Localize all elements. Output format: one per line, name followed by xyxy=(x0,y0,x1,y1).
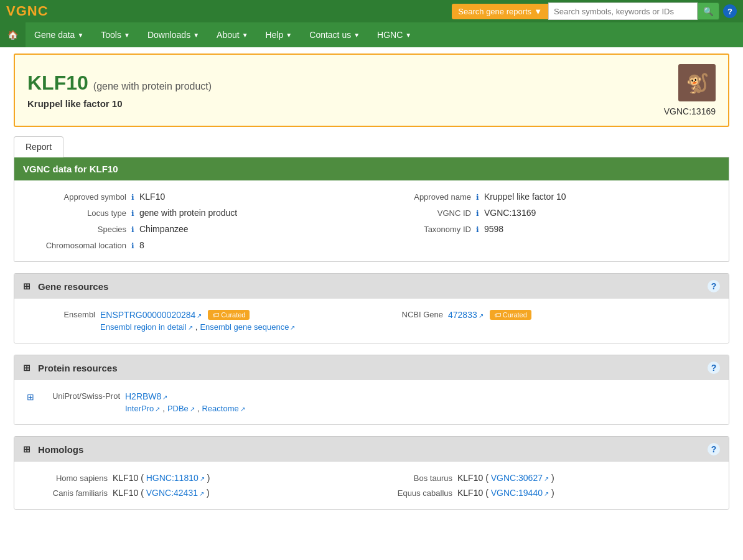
approved-symbol-label: Approved symbol xyxy=(27,192,126,202)
approved-name-info-icon[interactable]: ℹ xyxy=(476,193,479,202)
equus-caballus-gene: KLF10 ( VGNC:19440 ) xyxy=(457,488,554,498)
home-icon: 🏠 xyxy=(7,30,18,40)
uniprot-label: UniProt/Swiss-Prot xyxy=(39,391,120,401)
vgnc-section-body: Approved symbol ℹ KLF10 Locus type ℹ gen… xyxy=(14,180,729,261)
nav-gene-data-caret: ▼ xyxy=(77,32,83,39)
nav-tools-caret: ▼ xyxy=(124,32,130,39)
ensembl-region-detail-link[interactable]: Ensembl region in detail xyxy=(100,322,193,332)
pdbe-link[interactable]: PDBe xyxy=(167,404,195,413)
nav-help[interactable]: Help ▼ xyxy=(257,22,301,47)
taxonomy-id-info-icon[interactable]: ℹ xyxy=(476,225,479,234)
canis-familiaris-link[interactable]: VGNC:42431 xyxy=(146,488,204,498)
nav-hgnc-caret: ▼ xyxy=(405,32,411,39)
chromosomal-location-value: 8 xyxy=(139,240,144,250)
homolog-row-bos: Bos taurus KLF10 ( VGNC:30627 ) xyxy=(372,473,716,483)
help-icon[interactable]: ? xyxy=(723,4,737,18)
gene-resources-body: Ensembl ENSPTRG00000020284 🏷 Curated Ens… xyxy=(14,299,729,343)
bos-taurus-gene: KLF10 ( VGNC:30627 ) xyxy=(457,473,554,483)
ncbi-curated-badge: 🏷 Curated xyxy=(490,310,531,320)
bos-taurus-link[interactable]: VGNC:30627 xyxy=(491,473,549,483)
search-icon: 🔍 xyxy=(703,7,714,16)
vgnc-id-header: VGNC:13169 xyxy=(664,106,716,116)
ensembl-label: Ensembl xyxy=(27,310,95,319)
protein-resources-title: Protein resources xyxy=(38,363,118,373)
nav-gene-data-label: Gene data xyxy=(34,30,75,40)
species-info-icon[interactable]: ℹ xyxy=(131,225,134,234)
nav-gene-data[interactable]: Gene data ▼ xyxy=(26,22,92,47)
gene-symbol: KLF10 xyxy=(27,72,88,95)
gene-full-name: Kruppel like factor 10 xyxy=(27,98,212,109)
ensembl-link[interactable]: ENSPTRG00000020284 xyxy=(100,310,202,320)
vgnc-id-label: VGNC ID xyxy=(372,208,471,218)
gene-resources-header: ⊞ Gene resources ? xyxy=(14,274,729,299)
nav-tools[interactable]: Tools ▼ xyxy=(92,22,139,47)
ncbi-gene-link[interactable]: 472833 xyxy=(448,310,484,320)
locus-type-value: gene with protein product xyxy=(139,208,237,218)
chromosomal-location-label: Chromosomal location xyxy=(27,241,126,250)
uniprot-plus-icon: ⊞ xyxy=(27,392,34,402)
canis-familiaris-gene: KLF10 ( VGNC:42431 ) xyxy=(113,488,210,498)
homo-paren-open: ( xyxy=(141,473,144,483)
gene-resources-title: Gene resources xyxy=(38,281,108,292)
nav-home[interactable]: 🏠 xyxy=(0,22,26,47)
species-image: 🐒 xyxy=(678,64,716,101)
tag-icon: 🏷 xyxy=(212,311,219,319)
protein-resources-header: ⊞ Protein resources ? xyxy=(14,355,729,380)
bos-paren-open: ( xyxy=(485,473,488,483)
species-value: Chimpanzee xyxy=(139,224,189,234)
locus-type-info-icon[interactable]: ℹ xyxy=(131,209,134,218)
approved-symbol-info-icon[interactable]: ℹ xyxy=(131,193,134,202)
protein-resources-plus-icon[interactable]: ⊞ xyxy=(23,363,30,373)
search-gene-reports-button[interactable]: Search gene reports ▼ xyxy=(452,4,548,19)
vgnc-section-title: VGNC data for KLF10 xyxy=(23,164,118,174)
ensembl-curated-label: Curated xyxy=(221,311,245,319)
nav-tools-label: Tools xyxy=(101,30,121,40)
logo: VGNC xyxy=(6,3,49,19)
nav-contact[interactable]: Contact us ▼ xyxy=(301,22,368,47)
chromosomal-location-info-icon[interactable]: ℹ xyxy=(131,241,134,250)
homolog-row-homo: Homo sapiens KLF10 ( HGNC:11810 ) xyxy=(27,473,372,483)
bos-paren-close: ) xyxy=(551,473,554,483)
vgnc-data-section: VGNC data for KLF10 Approved symbol ℹ KL… xyxy=(14,157,729,262)
separator-1: , xyxy=(195,322,198,332)
search-submit-button[interactable]: 🔍 xyxy=(698,2,719,20)
homo-sapiens-link[interactable]: HGNC:11810 xyxy=(146,473,205,483)
uniprot-link[interactable]: H2RBW8 xyxy=(125,391,245,401)
equus-caballus-link[interactable]: VGNC:19440 xyxy=(491,488,549,498)
tab-report[interactable]: Report xyxy=(14,136,63,157)
reactome-link[interactable]: Reactome xyxy=(202,404,245,413)
nav-help-label: Help xyxy=(266,30,284,40)
sep-2: , xyxy=(162,404,165,413)
approved-name-value: Kruppel like factor 10 xyxy=(484,192,566,202)
locus-type-label: Locus type xyxy=(27,208,126,218)
tabs: Report xyxy=(14,136,729,157)
ensembl-gene-sequence-link[interactable]: Ensembl gene sequence xyxy=(200,322,295,332)
protein-resources-help-icon[interactable]: ? xyxy=(708,362,720,374)
nav-about[interactable]: About ▼ xyxy=(208,22,257,47)
nav-downloads[interactable]: Downloads ▼ xyxy=(139,22,208,47)
search-input[interactable] xyxy=(548,2,698,20)
homologs-body: Homo sapiens KLF10 ( HGNC:11810 ) Bos ta… xyxy=(14,462,729,509)
gene-type-label: (gene with protein product) xyxy=(93,81,212,92)
homo-sapiens-label: Homo sapiens xyxy=(27,474,108,483)
gene-resources-section: ⊞ Gene resources ? Ensembl ENSPTRG000000… xyxy=(14,273,729,343)
gene-header: KLF10 (gene with protein product) Kruppe… xyxy=(14,54,729,127)
vgnc-id-info-icon[interactable]: ℹ xyxy=(476,209,479,218)
nav-downloads-caret: ▼ xyxy=(193,32,199,39)
gene-resources-help-icon[interactable]: ? xyxy=(708,280,720,292)
nav-help-caret: ▼ xyxy=(286,32,292,39)
homologs-section: ⊞ Homologs ? Homo sapiens KLF10 ( HGNC:1… xyxy=(14,436,729,510)
homologs-plus-icon[interactable]: ⊞ xyxy=(23,444,30,454)
taxonomy-id-label: Taxonomy ID xyxy=(372,225,471,234)
protein-resources-section: ⊞ Protein resources ? ⊞ UniProt/Swiss-Pr… xyxy=(14,355,729,425)
gene-resources-plus-icon[interactable]: ⊞ xyxy=(23,281,30,291)
approved-name-label: Approved name xyxy=(372,192,471,202)
canis-familiaris-label: Canis familiaris xyxy=(27,488,108,498)
species-label: Species xyxy=(27,225,126,234)
search-gene-reports-label: Search gene reports xyxy=(458,7,531,16)
nav-hgnc[interactable]: HGNC ▼ xyxy=(368,22,420,47)
canis-paren-open: ( xyxy=(141,488,144,498)
homologs-help-icon[interactable]: ? xyxy=(708,443,720,455)
interpro-link[interactable]: InterPro xyxy=(125,404,160,413)
equus-caballus-label: Equus caballus xyxy=(372,488,452,498)
